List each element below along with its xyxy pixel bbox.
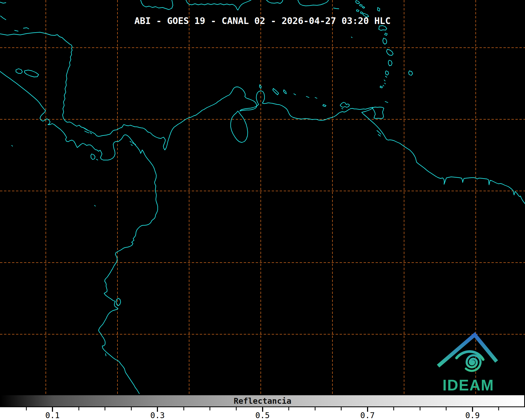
colorbar-minor-tick [210, 407, 210, 410]
satellite-image-viewport: IDEAM ABI - GOES 19 - CANAL 02 - 2026-04… [0, 0, 525, 420]
colorbar-label: Reflectancia [234, 396, 291, 406]
colorbar-axis: 0.10.30.50.70.9 [0, 407, 525, 420]
colorbar-tick-label: 0.7 [360, 411, 375, 420]
colorbar-minor-tick [446, 407, 447, 410]
logo-wordmark: IDEAM [442, 377, 494, 394]
colorbar-minor-tick [288, 407, 289, 410]
colorbar-minor-tick [131, 407, 132, 410]
colorbar-gradient: Reflectancia [0, 394, 525, 407]
colorbar-minor-tick [393, 407, 394, 410]
colorbar-minor-tick [183, 407, 184, 410]
satellite-map: IDEAM [0, 0, 525, 394]
colorbar-tick-label: 0.1 [45, 411, 60, 420]
colorbar-minor-tick [498, 407, 499, 410]
colorbar-minor-tick [78, 407, 79, 410]
satellite-image-background [0, 0, 525, 394]
colorbar-minor-tick [105, 407, 105, 410]
colorbar-minor-tick [26, 407, 27, 410]
colorbar-tick-label: 0.3 [150, 411, 165, 420]
colorbar-minor-tick [236, 407, 237, 410]
colorbar-tick-label: 0.5 [255, 411, 270, 420]
image-title: ABI - GOES 19 - CANAL 02 - 2026-04-27 03… [134, 15, 390, 26]
colorbar-tick-label: 0.9 [465, 411, 480, 420]
colorbar-minor-tick [315, 407, 315, 410]
colorbar-minor-tick [341, 407, 342, 410]
colorbar-minor-tick [420, 407, 420, 410]
